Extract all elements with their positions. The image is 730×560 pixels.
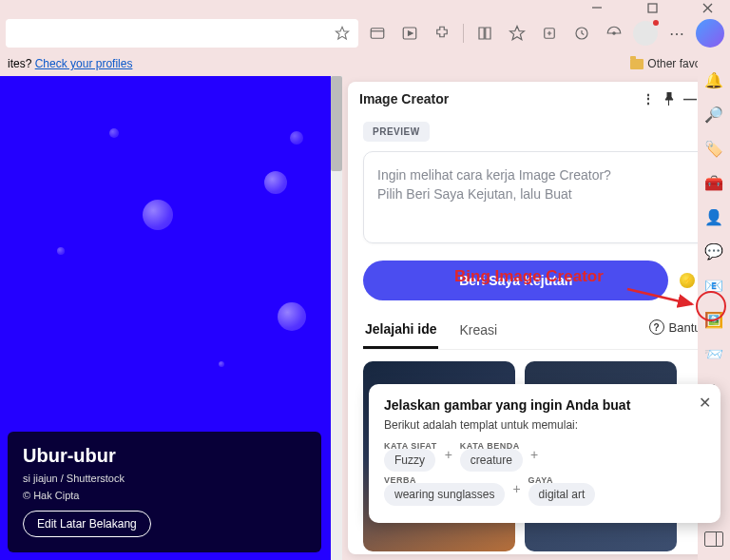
- history-icon[interactable]: [568, 20, 595, 47]
- toolbox-icon[interactable]: 🧰: [704, 173, 723, 192]
- wallpaper-area: Ubur-ubur si jiajun / Shutterstock © Hak…: [0, 76, 342, 560]
- template-popup: ✕ Jelaskan gambar yang ingin Anda buat B…: [369, 384, 720, 523]
- annotation-arrow: [627, 287, 703, 319]
- tag-verb[interactable]: wearing sunglasses: [384, 483, 505, 506]
- panel-title: Image Creator: [359, 91, 449, 106]
- panel-minimize-icon[interactable]: —: [682, 91, 698, 106]
- close-button[interactable]: [692, 1, 722, 14]
- tag-noun[interactable]: creature: [460, 449, 523, 472]
- extensions-icon[interactable]: [429, 20, 455, 47]
- split-screen-icon[interactable]: [704, 531, 723, 547]
- divider: [463, 24, 464, 43]
- panel-pin-icon[interactable]: [662, 91, 677, 106]
- window-controls: [0, 0, 730, 15]
- copilot-icon[interactable]: [696, 19, 724, 48]
- wallpaper-copyright: © Hak Cipta: [23, 490, 306, 501]
- chat-icon[interactable]: 💬: [704, 241, 723, 261]
- popup-close-icon[interactable]: ✕: [699, 394, 711, 412]
- annotation-circle: [696, 291, 726, 321]
- idea-gallery: ✕ Jelaskan gambar yang ingin Anda buat B…: [363, 361, 715, 551]
- notifications-icon[interactable]: 🔔: [704, 70, 723, 89]
- popup-subtitle: Berikut adalah templat untuk memulai:: [384, 418, 705, 432]
- favorites-icon[interactable]: [504, 20, 530, 47]
- prompt-placeholder-line: Ingin melihat cara kerja Image Creator?: [377, 165, 701, 184]
- maximize-button[interactable]: [637, 1, 667, 14]
- browser-toolbar: ⋯: [0, 15, 730, 51]
- import-prompt: ites? Check your profiles: [8, 57, 132, 70]
- favorites-bar: ites? Check your profiles Other favorite…: [0, 51, 730, 76]
- wallet-icon[interactable]: [364, 20, 391, 47]
- tab-creations[interactable]: Kreasi: [457, 315, 499, 347]
- particle: [143, 200, 173, 230]
- particle: [57, 247, 65, 255]
- particle: [264, 171, 287, 194]
- popup-title: Jelaskan gambar yang ingin Anda buat: [384, 397, 705, 413]
- preview-badge: PREVIEW: [363, 122, 430, 142]
- tag-style[interactable]: digital art: [528, 483, 596, 506]
- wallpaper-credit: si jiajun / Shutterstock: [23, 473, 306, 484]
- shopping-tag-icon[interactable]: 🏷️: [704, 139, 723, 158]
- particle: [290, 131, 303, 145]
- scrollbar-thumb[interactable]: [331, 76, 342, 171]
- svg-point-11: [613, 32, 615, 34]
- folder-icon: [630, 59, 644, 69]
- particle: [278, 302, 306, 331]
- collections-icon[interactable]: [536, 20, 563, 47]
- svg-rect-1: [648, 4, 657, 12]
- address-bar[interactable]: [6, 19, 358, 48]
- drop-icon[interactable]: 📨: [704, 344, 723, 363]
- svg-marker-4: [336, 27, 348, 39]
- svg-rect-5: [371, 29, 384, 39]
- prompt-input[interactable]: Ingin melihat cara kerja Image Creator? …: [363, 151, 715, 243]
- wallpaper-info-overlay: Ubur-ubur si jiajun / Shutterstock © Hak…: [8, 432, 321, 552]
- edit-background-button[interactable]: Edit Latar Belakang: [23, 511, 151, 537]
- check-profiles-link[interactable]: Check your profiles: [35, 57, 133, 70]
- main-content: Ubur-ubur si jiajun / Shutterstock © Hak…: [0, 76, 730, 560]
- help-icon: ?: [649, 319, 664, 335]
- performance-icon[interactable]: [601, 20, 627, 47]
- svg-marker-7: [409, 31, 413, 36]
- more-menu-icon[interactable]: ⋯: [663, 20, 690, 47]
- reading-list-icon[interactable]: [471, 20, 498, 47]
- tab-explore[interactable]: Jelajahi ide: [363, 314, 438, 349]
- panel-more-icon[interactable]: ⋮: [641, 91, 656, 106]
- favorite-star-icon[interactable]: [334, 25, 351, 42]
- prompt-placeholder-line: Pilih Beri Saya Kejutan, lalu Buat: [377, 184, 701, 203]
- particle: [109, 128, 119, 138]
- svg-marker-8: [510, 27, 525, 40]
- profile-avatar[interactable]: [633, 21, 658, 46]
- coin-icon: ⚡: [680, 273, 695, 288]
- search-icon[interactable]: 🔎: [704, 105, 723, 124]
- minimize-button[interactable]: [582, 1, 612, 14]
- panel-header: Image Creator ⋮ — ✕: [348, 82, 730, 116]
- plus-icon: +: [445, 447, 452, 462]
- particle: [219, 361, 224, 367]
- tag-adjective[interactable]: Fuzzy: [384, 449, 435, 472]
- plus-icon: +: [530, 447, 538, 462]
- wallpaper-title: Ubur-ubur: [23, 445, 306, 467]
- annotation-label: Bing Image Creator: [454, 267, 604, 286]
- people-icon[interactable]: 👤: [704, 207, 723, 226]
- play-icon[interactable]: [396, 20, 423, 47]
- panel-body: PREVIEW Ingin melihat cara kerja Image C…: [348, 116, 730, 554]
- plus-icon: +: [512, 481, 520, 496]
- svg-line-12: [627, 289, 692, 304]
